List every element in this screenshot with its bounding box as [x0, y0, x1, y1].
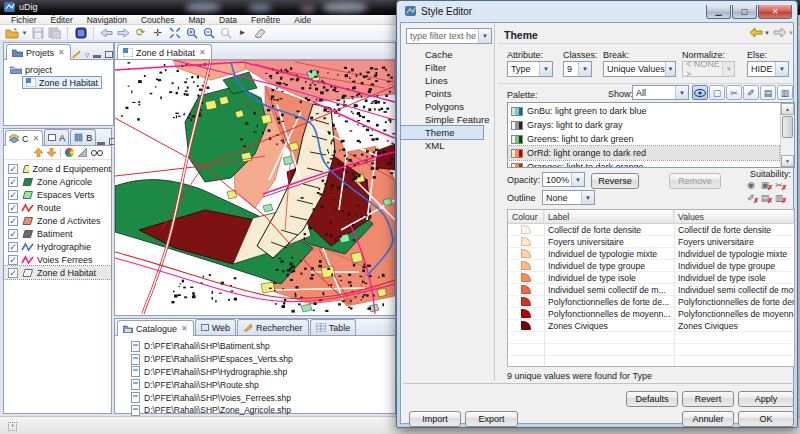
- palette-item[interactable]: Greens: light to dark green: [508, 132, 779, 146]
- layer-item[interactable]: ✓ Voies Ferrees: [4, 253, 111, 266]
- classes-combo[interactable]: 9▼: [563, 61, 592, 77]
- reverse-button[interactable]: Reverse: [591, 173, 639, 189]
- style-nav-item[interactable]: Points: [401, 87, 493, 100]
- layer-item[interactable]: ✓ Espaces Verts: [4, 188, 111, 201]
- theme-table-row[interactable]: Foyers universitaire Foyers universitair…: [508, 236, 794, 248]
- forward-arrow-icon[interactable]: [116, 26, 131, 40]
- zoom-extent-icon[interactable]: [167, 26, 182, 40]
- eraser-icon[interactable]: [252, 26, 267, 40]
- layer-item[interactable]: ✓ Zone d Habitat: [4, 266, 111, 279]
- menu-item[interactable]: Map: [181, 15, 212, 25]
- import-button[interactable]: Import: [409, 411, 461, 427]
- view-menu-icon[interactable]: ▽: [85, 51, 90, 58]
- layer-item[interactable]: ✓ Zone d Equipement: [4, 162, 111, 175]
- layer-checkbox[interactable]: ✓: [8, 164, 18, 174]
- history-forward-icon[interactable]: [773, 27, 787, 40]
- theme-table-row[interactable]: Polyfonctionnelles de moyenn... Polyfonc…: [508, 308, 794, 320]
- maximize-button[interactable]: ▢: [732, 5, 757, 19]
- tree-item-project[interactable]: project: [4, 63, 113, 76]
- minimize-icon[interactable]: [93, 55, 101, 58]
- zoom-in-icon[interactable]: [184, 26, 199, 40]
- tab-rechercher[interactable]: Rechercher: [237, 319, 309, 335]
- map-canvas[interactable]: [115, 60, 395, 315]
- tree-item-map[interactable]: Zone d Habitat: [4, 76, 113, 89]
- tab-map[interactable]: Zone d Habitat✕: [117, 44, 212, 60]
- style-nav-item[interactable]: Simple Feature: [401, 113, 493, 126]
- new-dropdown-icon[interactable]: ▼: [21, 26, 28, 40]
- style-nav-item[interactable]: Theme: [401, 126, 483, 139]
- pan-icon[interactable]: ✛: [150, 26, 165, 40]
- theme-table-row[interactable]: Individuel de type isole Individuel de t…: [508, 272, 794, 284]
- close-icon[interactable]: ✕: [199, 48, 206, 57]
- zoom-selection-icon[interactable]: [218, 26, 233, 40]
- history-back-icon[interactable]: [749, 27, 763, 40]
- scroll-down-icon[interactable]: ▼: [781, 155, 794, 167]
- theme-table-row[interactable]: Polyfonctionnelles de forte de... Polyfo…: [508, 296, 794, 308]
- menu-item[interactable]: Couches: [134, 15, 182, 25]
- layer-item[interactable]: ✓ Batiment: [4, 227, 111, 240]
- layer-checkbox[interactable]: ✓: [8, 242, 18, 252]
- style-nav-item[interactable]: XML: [401, 139, 493, 152]
- save-icon[interactable]: [30, 26, 45, 40]
- layer-item[interactable]: ✓ Hydrographie: [4, 240, 111, 253]
- tab-b[interactable]: B: [70, 129, 96, 145]
- outline-combo[interactable]: None▼: [542, 190, 595, 205]
- palette-item[interactable]: OrRd: light orange to dark red: [508, 146, 779, 160]
- back-arrow-icon[interactable]: [99, 26, 114, 40]
- show-eye-toggle[interactable]: [692, 85, 708, 100]
- layer-checkbox[interactable]: ✓: [8, 229, 18, 239]
- history-forward-menu-icon[interactable]: ▼: [788, 30, 794, 36]
- chevron-down-icon[interactable]: ▼: [478, 29, 491, 43]
- revert-button[interactable]: Revert: [682, 391, 734, 407]
- history-back-menu-icon[interactable]: ▼: [764, 30, 770, 36]
- theme-table-row[interactable]: Individuel de type groupe Individuel de …: [508, 260, 794, 272]
- column-colour[interactable]: Colour: [508, 210, 544, 223]
- tab-catalogue[interactable]: Catalogue✕: [117, 320, 194, 336]
- style-nav-item[interactable]: Cache: [401, 48, 493, 61]
- filter-combo[interactable]: type filter text he▼: [406, 28, 492, 44]
- catalog-file-item[interactable]: D:\PFE\Rahali\SHP\Voies_Ferrees.shp: [115, 391, 395, 404]
- commit-icon[interactable]: ►: [235, 26, 250, 40]
- show-scissors-toggle[interactable]: ✂: [726, 85, 742, 100]
- export-button[interactable]: Export: [465, 411, 518, 427]
- palette-item[interactable]: Oranges: light to dark orange: [508, 160, 779, 168]
- defaults-button[interactable]: Defaults: [626, 391, 678, 407]
- cancel-button[interactable]: Annuler: [682, 411, 734, 427]
- theme-table-row[interactable]: Zones Civiques Zones Civiques: [508, 320, 794, 332]
- menu-item[interactable]: Éditer: [44, 15, 80, 25]
- palette-item[interactable]: Grays: light to dark gray: [508, 118, 779, 132]
- menu-item[interactable]: Fenêtre: [244, 15, 287, 25]
- move-down-icon[interactable]: [47, 148, 56, 157]
- else-combo[interactable]: HIDE▼: [747, 61, 789, 77]
- layer-checkbox[interactable]: ✓: [8, 255, 18, 265]
- minimize-icon[interactable]: [97, 142, 105, 145]
- layer-checkbox[interactable]: ✓: [8, 216, 18, 226]
- show-paste-toggle[interactable]: ▥: [777, 85, 793, 100]
- zoom-out-icon[interactable]: [201, 26, 216, 40]
- refresh-icon[interactable]: ⟳: [133, 26, 148, 40]
- close-icon[interactable]: ✕: [181, 324, 188, 333]
- remove-button[interactable]: Remove: [669, 173, 721, 189]
- theme-table-row[interactable]: Collectif de forte densite Collectif de …: [508, 224, 794, 236]
- layer-checkbox[interactable]: ✓: [8, 203, 18, 213]
- menu-item[interactable]: Navigation: [80, 15, 134, 25]
- palette-item[interactable]: GnBu: light green to dark blue: [508, 104, 779, 118]
- tab-projets[interactable]: Projets✕: [6, 44, 71, 60]
- column-label[interactable]: Label: [544, 210, 674, 223]
- palette-scrollbar[interactable]: ▲ ▼: [780, 103, 794, 167]
- close-button[interactable]: ✕: [758, 5, 792, 19]
- catalog-file-item[interactable]: D:\PFE\Rahali\SHP\Zone_Agricole.shp: [115, 404, 395, 417]
- normalize-combo[interactable]: < NONE >▼: [682, 61, 735, 77]
- glasses-icon[interactable]: [91, 149, 103, 156]
- attribute-combo[interactable]: Type▼: [507, 61, 553, 77]
- layer-checkbox[interactable]: ✓: [8, 190, 18, 200]
- scrollbar-thumb[interactable]: [782, 116, 793, 138]
- catalog-file-item[interactable]: D:\PFE\Rahali\SHP\Hydrographie.shp: [115, 366, 395, 379]
- menu-item[interactable]: Data: [212, 15, 244, 25]
- tab-a[interactable]: A: [44, 129, 69, 145]
- menu-item[interactable]: Fichier: [4, 15, 44, 25]
- show-border-toggle[interactable]: ▢: [709, 85, 725, 100]
- apply-button[interactable]: Apply: [738, 391, 794, 407]
- layer-item[interactable]: ✓ Zone d Activites: [4, 214, 111, 227]
- show-brush-toggle[interactable]: ✐: [743, 85, 759, 100]
